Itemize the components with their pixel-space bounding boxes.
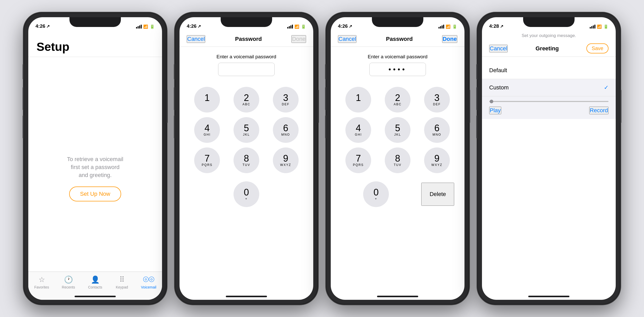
volume-down-3 <box>325 115 326 138</box>
status-time-2: 4:26 ↗ <box>187 23 201 29</box>
tab-favorites[interactable]: ☆ Favorites <box>28 275 55 289</box>
key-8-2[interactable]: 8 TUV <box>234 147 259 173</box>
greeting-default[interactable]: Default <box>482 62 616 79</box>
keypad-label: Keypad <box>116 285 128 289</box>
screen-content-2: Cancel Password Done Enter a voicemail p… <box>180 31 313 300</box>
contacts-icon: 👤 <box>91 275 100 284</box>
key-0-2[interactable]: 0 + <box>234 181 259 207</box>
screen-content-3: Cancel Password Done Enter a voicemail p… <box>331 31 464 300</box>
password-label-3: Enter a voicemail password <box>331 54 464 60</box>
done-button-3[interactable]: Done <box>442 35 457 43</box>
home-indicator-4 <box>528 296 569 297</box>
key-9-2[interactable]: 9 WXYZ <box>273 147 299 173</box>
mute-button-3 <box>325 64 326 79</box>
key-7-2[interactable]: 7 PQRS <box>194 147 220 173</box>
key-6-3[interactable]: 6 MNO <box>424 117 450 143</box>
key-6-2[interactable]: 6 MNO <box>273 117 299 143</box>
cancel-button-2[interactable]: Cancel <box>187 35 205 43</box>
tab-keypad[interactable]: ⠿ Keypad <box>109 275 135 289</box>
key-2-3[interactable]: 2 ABC <box>385 87 410 113</box>
key-2-2[interactable]: 2 ABC <box>234 87 259 113</box>
screen-content-1: Setup To retrieve a voicemailfirst set a… <box>28 31 162 300</box>
keypad-bottom-row-3: 0 + Delete <box>331 181 464 207</box>
key-3-2[interactable]: 3 DEF <box>273 87 299 113</box>
playback-controls: Play Record <box>489 107 609 114</box>
keypad-3: 1 2 ABC 3 DEF 4 GHI <box>331 79 464 181</box>
greeting-custom[interactable]: Custom ✓ <box>482 79 616 96</box>
cancel-button-4[interactable]: Cancel <box>489 45 508 52</box>
battery-icon-3: 🔋 <box>452 24 457 29</box>
key-8-3[interactable]: 8 TUV <box>385 147 410 173</box>
mute-button-4 <box>476 64 478 79</box>
play-button[interactable]: Play <box>489 107 501 114</box>
phone-1: 4:26 ↗ 📶 🔋 <box>23 12 167 305</box>
setup-now-button[interactable]: Set Up Now <box>69 187 121 201</box>
key-1-3[interactable]: 1 <box>345 87 371 113</box>
phone-2: 4:26 ↗ 📶 🔋 <box>174 12 318 305</box>
wifi-icon-2: 📶 <box>294 24 299 29</box>
signal-3 <box>439 25 444 29</box>
mute-button-2 <box>174 64 175 79</box>
playback-bar <box>489 101 609 102</box>
save-button-4[interactable]: Save <box>586 43 609 53</box>
power-button-3 <box>469 90 470 123</box>
phone-shell-4: 4:28 ↗ 📶 🔋 Set <box>477 12 621 305</box>
location-icon-4: ↗ <box>500 24 503 29</box>
status-icons-3: 📶 🔋 <box>439 24 457 29</box>
key-7-3[interactable]: 7 PQRS <box>345 147 371 173</box>
signal-1 <box>136 25 142 29</box>
password-field-3[interactable]: •••• <box>369 63 426 76</box>
keypad-bottom-2: 0 + <box>180 181 313 207</box>
password-header-3: Cancel Password Done <box>331 31 464 47</box>
mute-button-1 <box>23 64 24 79</box>
key-0-3[interactable]: 0 + <box>363 181 389 207</box>
power-button-4 <box>620 90 621 123</box>
password-title-2: Password <box>235 36 262 42</box>
key-9-3[interactable]: 9 WXYZ <box>424 147 450 173</box>
status-icons-4: 📶 🔋 <box>590 24 609 29</box>
password-field-2[interactable] <box>218 63 275 76</box>
key-5-3[interactable]: 5 JKL <box>385 117 410 143</box>
voicemail-label: Voicemail <box>141 285 156 289</box>
tab-contacts[interactable]: 👤 Contacts <box>82 275 109 289</box>
default-label: Default <box>489 67 507 74</box>
phone-shell-3: 4:26 ↗ 📶 🔋 <box>326 12 470 305</box>
location-icon-1: ↗ <box>46 24 50 29</box>
check-icon: ✓ <box>604 84 609 91</box>
status-icons-1: 📶 🔋 <box>136 24 155 29</box>
cancel-button-3[interactable]: Cancel <box>338 35 356 43</box>
home-indicator-1 <box>75 296 116 297</box>
screen-content-4: Set your outgoing message. Cancel Greeti… <box>482 31 616 300</box>
key-5-2[interactable]: 5 JKL <box>234 117 259 143</box>
wifi-icon-1: 📶 <box>143 24 148 29</box>
wifi-icon-3: 📶 <box>446 24 451 29</box>
phone-shell-2: 4:26 ↗ 📶 🔋 <box>174 12 318 305</box>
favorites-icon: ☆ <box>39 275 45 284</box>
key-3-3[interactable]: 3 DEF <box>424 87 450 113</box>
setup-title: Setup <box>28 36 162 57</box>
status-time-1: 4:26 ↗ <box>35 23 50 29</box>
tab-recents[interactable]: 🕐 Recents <box>55 275 82 289</box>
keypad-2: 1 2 ABC 3 DEF 4 GHI <box>180 79 313 181</box>
location-icon-3: ↗ <box>349 24 352 29</box>
phone-3: 4:26 ↗ 📶 🔋 <box>326 12 470 305</box>
greeting-subtitle: Set your outgoing message. <box>482 31 616 38</box>
notch-2 <box>221 17 272 27</box>
volume-up-4 <box>476 87 478 110</box>
status-time-3: 4:26 ↗ <box>338 23 352 29</box>
battery-icon-2: 🔋 <box>301 24 306 29</box>
battery-icon-4: 🔋 <box>603 24 609 29</box>
keypad-icon: ⠿ <box>119 275 125 284</box>
key-4-2[interactable]: 4 GHI <box>194 117 220 143</box>
volume-up-1 <box>23 87 24 110</box>
key-1-2[interactable]: 1 <box>194 87 220 113</box>
volume-down-2 <box>174 115 175 138</box>
setup-middle: To retrieve a voicemailfirst set a passw… <box>28 57 162 300</box>
key-4-3[interactable]: 4 GHI <box>345 117 371 143</box>
record-button[interactable]: Record <box>589 107 609 114</box>
delete-button-3[interactable]: Delete <box>421 183 454 206</box>
volume-up-2 <box>174 87 175 110</box>
tab-voicemail[interactable]: ⦾⦾ Voicemail <box>135 275 162 289</box>
phone-4: 4:28 ↗ 📶 🔋 Set <box>477 12 621 305</box>
done-button-2[interactable]: Done <box>291 35 306 43</box>
